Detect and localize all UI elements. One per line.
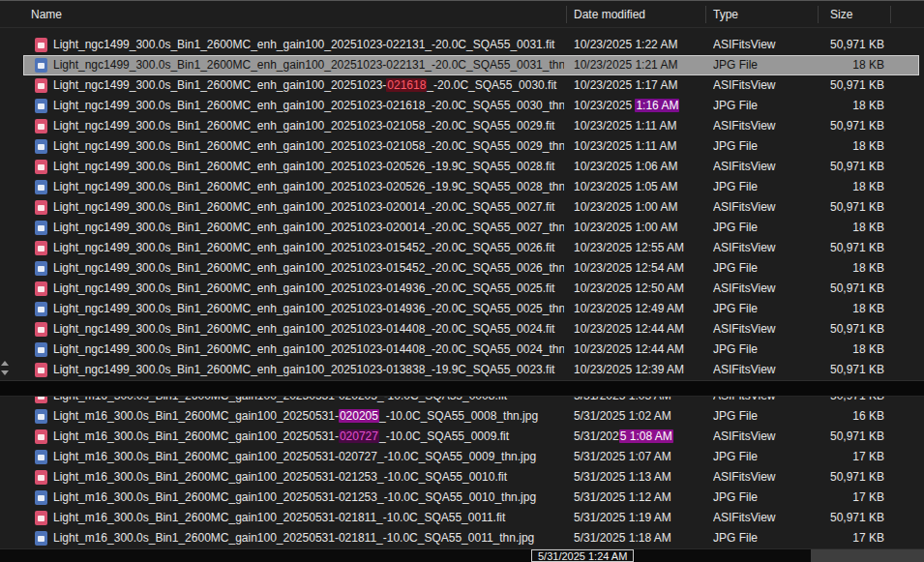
table-row[interactable]: Light_m16_300.0s_Bin1_2600MC_gain100_202…	[0, 397, 924, 406]
jpg-file-icon	[35, 58, 47, 73]
date-modified-cell: 5/31/2025 1:18 AM	[574, 528, 707, 548]
table-row[interactable]: Light_m16_300.0s_Bin1_2600MC_gain100_202…	[0, 427, 924, 447]
file-size-cell: 17 KB	[809, 447, 884, 467]
table-row[interactable]: Light_ngc1499_300.0s_Bin1_2600MC_enh_gai…	[0, 55, 924, 75]
table-row[interactable]: Light_m16_300.0s_Bin1_2600MC_gain100_202…	[0, 488, 924, 508]
file-name-cell: Light_ngc1499_300.0s_Bin1_2600MC_enh_gai…	[53, 319, 564, 340]
table-row[interactable]: Light_ngc1499_300.0s_Bin1_2600MC_enh_gai…	[0, 340, 924, 360]
file-name-cell: Light_m16_300.0s_Bin1_2600MC_gain100_202…	[53, 467, 564, 488]
table-row[interactable]: Light_ngc1499_300.0s_Bin1_2600MC_enh_gai…	[0, 177, 924, 197]
top-file-list: Light_ngc1499_300.0s_Bin1_2600MC_enh_gai…	[0, 28, 924, 380]
date-modified-cell: 10/23/2025 12:54 AM	[574, 258, 707, 279]
date-modified-cell: 5/31/2025 1:02 AM	[574, 406, 707, 427]
fit-file-icon	[35, 397, 47, 403]
date-modified-cell: 5/31/2025 1:12 AM	[574, 488, 707, 508]
file-type-cell: JPG File	[713, 136, 810, 157]
file-name-cell: Light_m16_300.0s_Bin1_2600MC_gain100_202…	[53, 528, 564, 548]
table-row[interactable]: Light_ngc1499_300.0s_Bin1_2600MC_enh_gai…	[0, 319, 924, 340]
jpg-file-icon	[35, 450, 47, 464]
file-name-cell: Light_m16_300.0s_Bin1_2600MC_gain100_202…	[53, 427, 564, 447]
fit-file-icon	[35, 241, 47, 255]
date-modified-cell: 10/23/2025 12:55 AM	[574, 238, 707, 258]
jpg-file-icon	[35, 180, 47, 194]
table-row[interactable]: Light_m16_300.0s_Bin1_2600MC_gain100_202…	[0, 508, 924, 528]
table-row[interactable]: Light_m16_300.0s_Bin1_2600MC_gain100_202…	[0, 528, 924, 548]
file-size-cell: 50,971 KB	[809, 116, 884, 136]
file-size-cell: 50,971 KB	[809, 75, 884, 96]
date-modified-cell: 10/23/2025 1:06 AM	[574, 157, 707, 177]
file-type-cell: JPG File	[713, 177, 810, 197]
file-type-cell: JPG File	[713, 406, 810, 427]
file-type-cell: JPG File	[713, 258, 810, 279]
column-header-date-modified[interactable]: Date modified	[574, 1, 645, 28]
table-row[interactable]: Light_ngc1499_300.0s_Bin1_2600MC_enh_gai…	[0, 136, 924, 157]
file-size-cell: 50,971 KB	[809, 427, 884, 447]
table-row[interactable]: Light_m16_300.0s_Bin1_2600MC_gain100_202…	[0, 467, 924, 488]
file-explorer-window: Name Date modified Type Size Light_ngc14…	[0, 0, 924, 562]
table-row[interactable]: Light_ngc1499_300.0s_Bin1_2600MC_enh_gai…	[0, 75, 924, 96]
file-type-cell: JPG File	[713, 340, 810, 360]
file-type-cell: JPG File	[713, 299, 810, 319]
jpg-file-icon	[35, 409, 47, 424]
file-size-cell: 50,971 KB	[809, 238, 884, 258]
file-size-cell: 17 KB	[809, 488, 884, 508]
file-name-cell: Light_ngc1499_300.0s_Bin1_2600MC_enh_gai…	[53, 238, 564, 258]
file-name-cell: Light_m16_300.0s_Bin1_2600MC_gain100_202…	[53, 406, 564, 427]
table-row[interactable]: Light_ngc1499_300.0s_Bin1_2600MC_enh_gai…	[0, 116, 924, 136]
column-header-size[interactable]: Size	[830, 1, 852, 28]
left-scrollbar[interactable]	[1, 361, 9, 375]
file-type-cell: ASIFitsView	[713, 75, 810, 96]
fit-file-icon	[35, 322, 47, 337]
table-row[interactable]: Light_m16_300.0s_Bin1_2600MC_gain100_202…	[0, 447, 924, 467]
table-row[interactable]: Light_m16_300.0s_Bin1_2600MC_gain100_202…	[0, 406, 924, 427]
column-header-type[interactable]: Type	[713, 1, 738, 28]
fit-file-icon	[35, 38, 47, 52]
fit-file-icon	[35, 119, 47, 133]
file-size-cell: 50,971 KB	[809, 35, 884, 55]
file-type-cell: ASIFitsView	[713, 116, 810, 136]
date-modified-cell: 10/23/2025 12:44 AM	[574, 340, 707, 360]
jpg-file-icon	[35, 531, 47, 546]
file-type-cell: ASIFitsView	[713, 197, 810, 218]
file-size-cell: 18 KB	[809, 96, 884, 116]
file-type-cell: JPG File	[713, 55, 810, 75]
file-type-cell: JPG File	[713, 488, 810, 508]
diff-highlight: 020727	[339, 429, 379, 443]
file-name-cell: Light_ngc1499_300.0s_Bin1_2600MC_enh_gai…	[53, 55, 564, 75]
column-separator[interactable]	[566, 6, 567, 23]
column-separator[interactable]	[705, 6, 706, 23]
file-name-cell: Light_ngc1499_300.0s_Bin1_2600MC_enh_gai…	[53, 360, 564, 380]
table-row[interactable]: Light_ngc1499_300.0s_Bin1_2600MC_enh_gai…	[0, 238, 924, 258]
file-name-cell: Light_ngc1499_300.0s_Bin1_2600MC_enh_gai…	[53, 218, 564, 238]
table-row[interactable]: Light_ngc1499_300.0s_Bin1_2600MC_enh_gai…	[0, 96, 924, 116]
column-header-row: Name Date modified Type Size	[0, 1, 924, 28]
file-name-cell: Light_m16_300.0s_Bin1_2600MC_gain100_202…	[53, 397, 564, 406]
file-type-cell: ASIFitsView	[713, 397, 810, 406]
table-row[interactable]: Light_ngc1499_300.0s_Bin1_2600MC_enh_gai…	[0, 35, 924, 55]
column-header-name[interactable]: Name	[31, 1, 62, 28]
table-row[interactable]: Light_ngc1499_300.0s_Bin1_2600MC_enh_gai…	[0, 157, 924, 177]
date-modified-cell: 10/23/2025 1:11 AM	[574, 116, 707, 136]
table-row[interactable]: Light_ngc1499_300.0s_Bin1_2600MC_enh_gai…	[0, 197, 924, 218]
horizontal-scrollbar-thumb[interactable]	[811, 549, 924, 562]
column-separator[interactable]	[818, 6, 819, 23]
date-modified-cell: 10/23/2025 1:00 AM	[574, 197, 707, 218]
diff-highlight: 1:16 AM	[635, 99, 679, 112]
file-type-cell: ASIFitsView	[713, 360, 810, 380]
file-type-cell: ASIFitsView	[713, 427, 810, 447]
table-row[interactable]: Light_ngc1499_300.0s_Bin1_2600MC_enh_gai…	[0, 360, 924, 380]
file-name-cell: Light_m16_300.0s_Bin1_2600MC_gain100_202…	[53, 447, 564, 467]
file-size-cell: 50,971 KB	[809, 467, 884, 488]
column-separator[interactable]	[890, 6, 891, 23]
file-type-cell: JPG File	[713, 96, 810, 116]
file-type-cell: JPG File	[713, 528, 810, 548]
table-row[interactable]: Light_ngc1499_300.0s_Bin1_2600MC_enh_gai…	[0, 299, 924, 319]
scroll-up-icon[interactable]	[1, 361, 9, 366]
bottom-cropped-row: 5/31/2025 1:24 AM	[0, 548, 924, 562]
fit-file-icon	[35, 511, 47, 525]
table-row[interactable]: Light_ngc1499_300.0s_Bin1_2600MC_enh_gai…	[0, 258, 924, 279]
table-row[interactable]: Light_ngc1499_300.0s_Bin1_2600MC_enh_gai…	[0, 218, 924, 238]
scroll-down-icon[interactable]	[1, 370, 9, 375]
file-size-cell: 50,971 KB	[809, 397, 884, 406]
table-row[interactable]: Light_ngc1499_300.0s_Bin1_2600MC_enh_gai…	[0, 279, 924, 299]
